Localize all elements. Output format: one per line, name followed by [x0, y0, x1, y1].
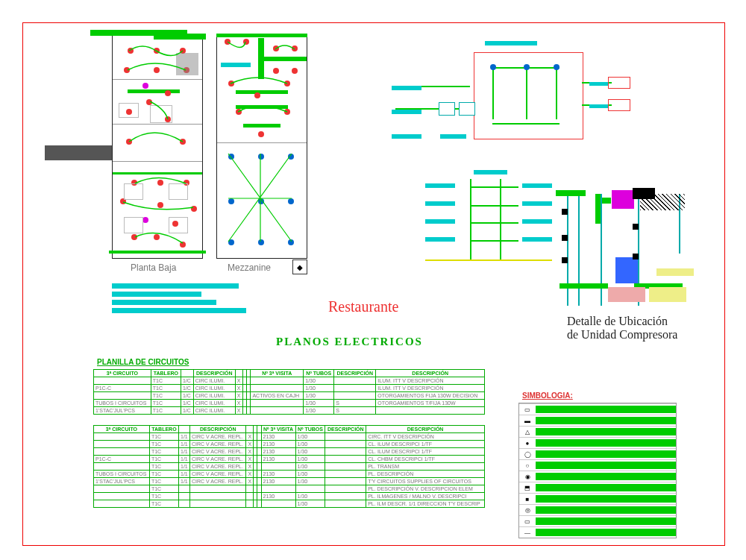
circuits-table-1: 3ª CIRCUITOTABLERODESCRIPCIÓNNº 3ª VISIT…: [93, 369, 485, 415]
symbol-icon: ◉: [519, 474, 536, 480]
symbol-desc-bar: [536, 495, 676, 503]
floorplan-ground: [112, 34, 203, 259]
circuits-table-2: 3ª CIRCUITOTABLERODESCRIPCIÓNNº 3ª VISIT…: [93, 425, 485, 508]
symbol-icon: ●: [519, 440, 536, 447]
sub-title: PLANOS ELECTRICOS: [276, 336, 423, 348]
plan-ground-label: Planta Baja: [131, 262, 176, 273]
symbol-desc-bar: [536, 450, 676, 458]
symbol-desc-bar: [536, 462, 676, 469]
detail-title-1: Detalle de Ubicación: [567, 315, 668, 328]
symbol-desc-bar: [536, 517, 676, 525]
symbol-icon: ▬: [519, 418, 536, 424]
exterior-block: [45, 145, 112, 160]
symbol-desc-bar: [536, 529, 676, 536]
symbol-desc-bar: [536, 473, 676, 480]
symbol-icon: ○: [519, 462, 536, 469]
symbol-icon: ▭: [519, 406, 536, 413]
symbol-icon: ◎: [519, 507, 536, 514]
circuits-title: PLANILLA DE CIRCUITOS: [97, 358, 189, 366]
symbol-desc-bar: [536, 439, 676, 447]
symbol-desc-bar: [536, 484, 676, 491]
symbol-desc-bar: [536, 406, 676, 413]
riser-diagram: [403, 179, 567, 276]
symbol-icon: ⬒: [519, 485, 536, 491]
main-title: Restaurante: [328, 298, 398, 315]
notes-block: [112, 283, 246, 313]
north-arrow-icon: ◆: [292, 259, 307, 274]
simbologia-title: SIMBOLOGIA:: [522, 391, 573, 400]
electrical-schematic: [395, 41, 619, 160]
symbol-icon: ▭: [519, 518, 536, 525]
symbol-desc-bar: [536, 417, 676, 424]
symbol-icon: ◯: [519, 451, 536, 458]
symbol-icon: —: [519, 529, 536, 536]
symbol-desc-bar: [536, 506, 676, 514]
compressor-detail: [560, 216, 694, 313]
symbol-icon: △: [519, 429, 536, 435]
detail-title-2: de Unidad Compresora: [567, 328, 677, 342]
simbologia-table: ▭▬△●◯○◉⬒■◎▭—: [518, 403, 677, 538]
symbol-desc-bar: [536, 428, 676, 435]
floorplan-mezzanine: [216, 34, 307, 259]
symbol-icon: ■: [519, 496, 536, 503]
plan-mezz-label: Mezzanine: [228, 262, 271, 273]
